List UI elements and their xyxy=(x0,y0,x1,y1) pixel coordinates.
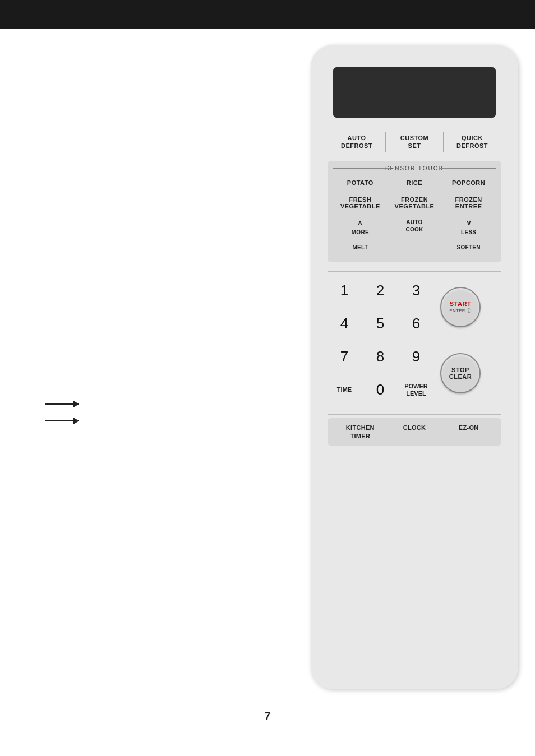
power-level-button[interactable]: POWERLEVEL xyxy=(401,376,432,404)
time-button[interactable]: TIME xyxy=(329,376,360,404)
melt-button[interactable]: MELT xyxy=(333,242,388,253)
arrow-row-1 xyxy=(45,403,79,405)
num-5-button[interactable]: 5 xyxy=(365,310,396,338)
auto-defrost-button[interactable]: AUTODEFROST xyxy=(328,132,386,152)
stop-button-container: STOP CLEAR xyxy=(437,343,483,403)
num-6-button[interactable]: 6 xyxy=(401,310,432,338)
potato-button[interactable]: POTATO xyxy=(333,176,388,189)
more-button[interactable]: ∧ MORE xyxy=(333,216,388,239)
auto-cook-button[interactable]: AUTOCOOK xyxy=(388,216,442,239)
sensor-touch-label: SENSOR TOUCH xyxy=(333,165,496,171)
custom-set-button[interactable]: CUSTOMSET xyxy=(386,132,444,152)
enter-label: ENTER ⓘ xyxy=(449,308,471,314)
num-4-button[interactable]: 4 xyxy=(329,310,360,338)
melt-row: MELT SOFTEN xyxy=(333,242,496,253)
popcorn-button[interactable]: POPCORN xyxy=(441,176,496,189)
frozen-entree-button[interactable]: FROZENENTREE xyxy=(441,193,496,213)
arrow-row-2 xyxy=(45,420,79,421)
microwave-panel: AUTODEFROST CUSTOMSET QUICKDEFROST SENSO… xyxy=(311,45,518,689)
empty-slot xyxy=(388,242,442,253)
less-icon: ∨ xyxy=(442,219,495,228)
num-3-button[interactable]: 3 xyxy=(401,277,432,305)
clear-label: CLEAR xyxy=(449,373,472,380)
display-screen xyxy=(333,67,496,118)
num-9-button[interactable]: 9 xyxy=(401,343,432,371)
auto-defrost-label: AUTODEFROST xyxy=(341,134,372,149)
function-row: AUTODEFROST CUSTOMSET QUICKDEFROST xyxy=(328,129,501,155)
page-number: 7 xyxy=(265,711,270,722)
sensor-row-2: FRESHVEGETABLE FROZENVEGETABLE FROZENENT… xyxy=(333,193,496,213)
custom-set-label: CUSTOMSET xyxy=(400,134,428,149)
numpad-section: 1 2 3 START ENTER ⓘ 4 5 6 7 8 9 STOP xyxy=(328,275,501,405)
num-1-button[interactable]: 1 xyxy=(329,277,360,305)
more-icon: ∧ xyxy=(334,219,386,228)
numpad-grid: 1 2 3 START ENTER ⓘ 4 5 6 7 8 9 STOP xyxy=(328,275,501,405)
arrow-2 xyxy=(45,420,79,421)
arrows-container xyxy=(45,403,79,437)
arrow-1 xyxy=(45,403,79,405)
rice-button[interactable]: RICE xyxy=(388,176,442,189)
divider-2 xyxy=(328,414,501,415)
stop-label: STOP xyxy=(451,367,469,373)
num-2-button[interactable]: 2 xyxy=(365,277,396,305)
fresh-vegetable-button[interactable]: FRESHVEGETABLE xyxy=(333,193,388,213)
stop-clear-button[interactable]: STOP CLEAR xyxy=(440,353,481,393)
num-7-button[interactable]: 7 xyxy=(329,343,360,371)
auto-cook-row: ∧ MORE AUTOCOOK ∨ LESS xyxy=(333,216,496,239)
num-0-button[interactable]: 0 xyxy=(365,376,396,404)
soften-button[interactable]: SOFTEN xyxy=(441,242,496,253)
divider-1 xyxy=(328,271,501,272)
quick-defrost-label: QUICKDEFROST xyxy=(456,134,488,149)
quick-defrost-button[interactable]: QUICKDEFROST xyxy=(444,132,501,152)
bottom-row: KITCHENTIMER CLOCK EZ-ON xyxy=(328,418,501,446)
num-8-button[interactable]: 8 xyxy=(365,343,396,371)
sensor-touch-section: SENSOR TOUCH POTATO RICE POPCORN FRESHVE… xyxy=(328,161,501,263)
header-bar xyxy=(0,0,535,29)
kitchen-timer-button[interactable]: KITCHENTIMER xyxy=(333,421,388,442)
start-button-container: START ENTER ⓘ xyxy=(437,277,483,337)
clock-button[interactable]: CLOCK xyxy=(388,421,442,442)
ez-on-button[interactable]: EZ-ON xyxy=(441,421,496,442)
frozen-vegetable-button[interactable]: FROZENVEGETABLE xyxy=(388,193,442,213)
start-label: START xyxy=(450,300,471,307)
less-button[interactable]: ∨ LESS xyxy=(441,216,496,239)
start-button[interactable]: START ENTER ⓘ xyxy=(440,287,481,327)
sensor-row-1: POTATO RICE POPCORN xyxy=(333,176,496,189)
